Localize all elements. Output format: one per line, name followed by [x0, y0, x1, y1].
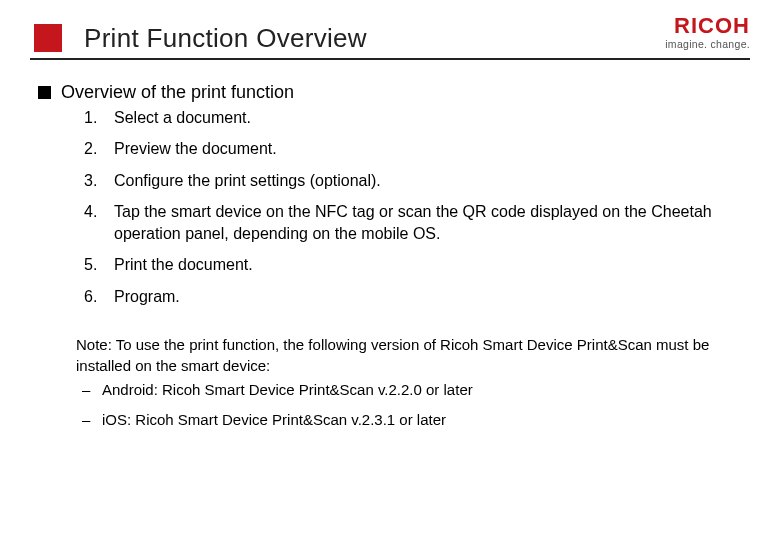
list-item: 1. Select a document.: [84, 107, 740, 129]
step-text: Print the document.: [114, 254, 740, 276]
logo: RICOH imagine. change.: [665, 15, 750, 54]
step-text: Select a document.: [114, 107, 740, 129]
logo-tagline: imagine. change.: [665, 37, 750, 52]
step-number: 3.: [84, 170, 114, 192]
bullet-square-icon: [38, 86, 51, 99]
list-item: 2. Preview the document.: [84, 138, 740, 160]
step-number: 5.: [84, 254, 114, 276]
section-heading-row: Overview of the print function: [38, 82, 740, 103]
note-text: Android: Ricoh Smart Device Print&Scan v…: [102, 379, 473, 401]
dash-icon: –: [82, 379, 102, 401]
slide: Print Function Overview RICOH imagine. c…: [0, 0, 780, 540]
step-text: Tap the smart device on the NFC tag or s…: [114, 201, 740, 244]
steps-list: 1. Select a document. 2. Preview the doc…: [84, 107, 740, 308]
step-text: Preview the document.: [114, 138, 740, 160]
list-item: 6. Program.: [84, 286, 740, 308]
step-text: Configure the print settings (optional).: [114, 170, 740, 192]
logo-text: RICOH: [665, 15, 750, 37]
step-number: 6.: [84, 286, 114, 308]
step-number: 4.: [84, 201, 114, 223]
note-lead: Note: To use the print function, the fol…: [76, 334, 730, 378]
note-item: – iOS: Ricoh Smart Device Print&Scan v.2…: [76, 409, 730, 431]
section-heading: Overview of the print function: [61, 82, 294, 103]
step-text: Program.: [114, 286, 740, 308]
list-item: 4. Tap the smart device on the NFC tag o…: [84, 201, 740, 244]
list-item: 3. Configure the print settings (optiona…: [84, 170, 740, 192]
dash-icon: –: [82, 409, 102, 431]
content: Overview of the print function 1. Select…: [0, 60, 780, 431]
note-block: Note: To use the print function, the fol…: [76, 334, 730, 431]
note-text: iOS: Ricoh Smart Device Print&Scan v.2.3…: [102, 409, 446, 431]
header: Print Function Overview RICOH imagine. c…: [0, 0, 780, 54]
list-item: 5. Print the document.: [84, 254, 740, 276]
brand-square-icon: [34, 24, 62, 52]
page-title: Print Function Overview: [84, 23, 367, 54]
note-item: – Android: Ricoh Smart Device Print&Scan…: [76, 379, 730, 401]
title-block: Print Function Overview: [34, 23, 665, 54]
step-number: 2.: [84, 138, 114, 160]
step-number: 1.: [84, 107, 114, 129]
